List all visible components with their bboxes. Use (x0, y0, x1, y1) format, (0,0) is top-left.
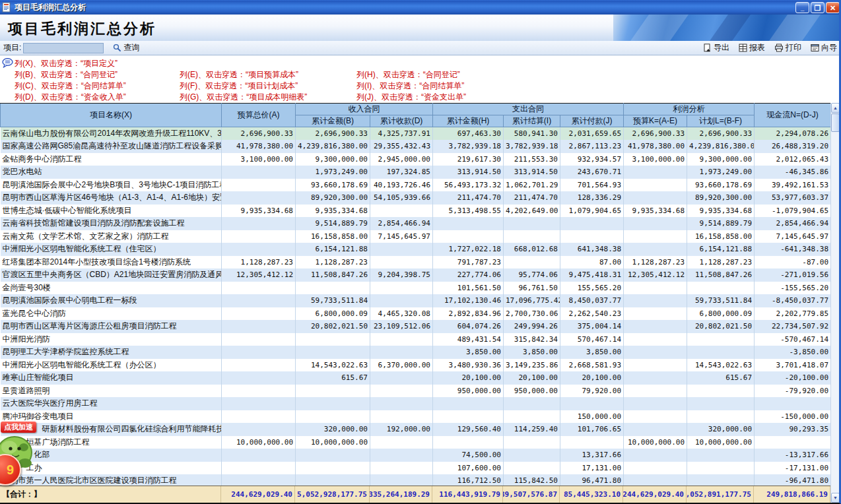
accelerate-ribbon[interactable]: 点我加速 (1, 422, 36, 433)
value-cell[interactable] (560, 230, 624, 243)
value-cell[interactable] (370, 333, 433, 346)
value-cell[interactable]: 2,854,466.94 (755, 217, 830, 230)
value-cell[interactable] (370, 205, 433, 218)
value-cell[interactable]: 17,131.00 (560, 462, 624, 475)
project-name-cell[interactable]: 红塔集团本部2014年小型技改项目综合1号楼消防系统 (1, 256, 222, 269)
value-cell[interactable]: 54,105,939.66 (370, 191, 433, 205)
value-cell[interactable]: 9,935,334.68 (624, 205, 687, 218)
value-cell[interactable]: 1,128,287.23 (222, 256, 296, 269)
value-cell[interactable] (370, 410, 433, 424)
value-cell[interactable]: 2,867,113.23 (560, 140, 624, 153)
value-cell[interactable] (370, 449, 433, 462)
value-cell[interactable] (624, 385, 687, 398)
value-cell[interactable]: 1,079,904.65 (560, 205, 624, 218)
value-cell[interactable]: 9,935,334.68 (687, 205, 755, 218)
value-cell[interactable]: 3,701,418.07 (755, 359, 830, 372)
value-cell[interactable]: 641,348.38 (560, 243, 624, 256)
value-cell[interactable] (222, 346, 296, 359)
value-cell[interactable]: 96,471.80 (560, 474, 624, 486)
value-cell[interactable] (222, 462, 296, 475)
table-row[interactable]: 觉巴水电站1,973,249.00197,324.85313,914.50313… (1, 166, 831, 179)
value-cell[interactable] (370, 346, 433, 359)
value-cell[interactable]: 211,474.70 (433, 191, 504, 205)
value-cell[interactable] (687, 282, 755, 295)
value-cell[interactable]: 580,941.30 (504, 127, 560, 141)
value-cell[interactable]: 20,802,021.50 (296, 320, 370, 333)
value-cell[interactable]: 2,892,834.96 (433, 307, 504, 321)
value-cell[interactable] (624, 371, 687, 385)
value-cell[interactable] (687, 449, 755, 462)
value-cell[interactable] (222, 282, 296, 295)
value-cell[interactable]: 129,560.40 (433, 423, 504, 436)
value-cell[interactable]: -570,467.14 (755, 333, 830, 346)
value-cell[interactable]: 9,300,000.00 (687, 153, 755, 166)
value-cell[interactable] (624, 474, 687, 486)
project-name-cell[interactable]: 觉巴水电站 (1, 166, 222, 179)
value-cell[interactable]: 1,973,249.00 (296, 166, 370, 179)
value-cell[interactable]: 116,712.50 (433, 474, 504, 486)
value-cell[interactable]: 17,102,130.46 (433, 294, 504, 307)
close-button[interactable]: ✕ (826, 2, 840, 13)
value-cell[interactable]: 697,463.30 (433, 127, 504, 141)
value-cell[interactable]: 59,733,511.84 (687, 294, 755, 307)
value-cell[interactable] (687, 462, 755, 475)
project-name-cell[interactable]: 中洲阳光消防 (1, 333, 222, 346)
value-cell[interactable] (433, 410, 504, 424)
project-name-cell[interactable]: 云大医院华兴医疗用房工程 (1, 397, 222, 410)
table-row[interactable]: 沧恒基广场消防工程10,000,000.0010,000,000.0010,00… (1, 436, 831, 449)
table-row[interactable]: 云大医院华兴医疗用房工程 (1, 397, 831, 410)
value-cell[interactable] (222, 333, 296, 346)
table-row[interactable]: 中洲阳光小区弱电智能化系统工程（住宅区）6,154,121.881,727,02… (1, 243, 831, 256)
value-cell[interactable]: -79,920.00 (755, 385, 830, 398)
value-cell[interactable] (370, 256, 433, 269)
table-row[interactable]: 昆明市第一人民医院北市区医院建设项目消防工程116,712.50115,842.… (1, 474, 831, 486)
table-row[interactable]: 中洲阳光消防489,431.54315,842.34570,467.14-570… (1, 333, 831, 346)
value-cell[interactable]: 22,734,507.92 (755, 320, 830, 333)
value-cell[interactable]: 615.67 (296, 371, 370, 385)
value-cell[interactable]: 6,800,000.09 (687, 307, 755, 321)
value-cell[interactable] (624, 320, 687, 333)
value-cell[interactable]: 29,355,432.43 (370, 140, 433, 153)
value-cell[interactable]: 950,000.00 (433, 385, 504, 398)
search-button[interactable]: 查询 (112, 42, 141, 54)
project-name-cell[interactable]: 呈贡道路照明 (1, 385, 222, 398)
value-cell[interactable] (687, 410, 755, 424)
value-cell[interactable]: 39,492,161.53 (755, 179, 830, 192)
value-cell[interactable]: 107,600.00 (433, 462, 504, 475)
value-cell[interactable] (370, 243, 433, 256)
value-cell[interactable] (370, 294, 433, 307)
value-cell[interactable] (296, 346, 370, 359)
value-cell[interactable]: -20,100.00 (755, 371, 830, 385)
value-cell[interactable]: 668,012.68 (504, 243, 560, 256)
value-cell[interactable]: 87.00 (560, 256, 624, 269)
value-cell[interactable]: 20,802,021.50 (687, 320, 755, 333)
table-row[interactable]: 化部74,500.0013,317.66-13,317.66 (1, 449, 831, 462)
value-cell[interactable]: -150,000.00 (755, 410, 830, 424)
value-cell[interactable] (222, 320, 296, 333)
value-cell[interactable] (624, 243, 687, 256)
value-cell[interactable]: 10,000,000.00 (687, 436, 755, 449)
col-header-income-received[interactable]: 累计收款(D) (370, 115, 433, 127)
value-cell[interactable] (624, 191, 687, 205)
value-cell[interactable] (296, 474, 370, 486)
value-cell[interactable] (222, 179, 296, 192)
value-cell[interactable]: -46,345.86 (755, 166, 830, 179)
value-cell[interactable]: 1,727,022.18 (433, 243, 504, 256)
value-cell[interactable]: 128,336.29 (560, 191, 624, 205)
export-button[interactable]: 导出 (702, 42, 731, 54)
value-cell[interactable]: 1,128,287.23 (624, 256, 687, 269)
table-row[interactable]: 昆明滇池国际会展中心弱电工程一标段59,733,511.8417,102,130… (1, 294, 831, 307)
value-cell[interactable]: 313,914.50 (433, 166, 504, 179)
project-name-cell[interactable]: 中洲阳光小区弱电智能化系统工程（办公区） (1, 359, 222, 372)
project-name-cell[interactable]: 昆明市西山区草海片区海源庄公租房项目消防工程 (1, 320, 222, 333)
value-cell[interactable] (222, 397, 296, 410)
value-cell[interactable]: 150,000.00 (560, 410, 624, 424)
minimize-button[interactable]: _ (795, 2, 809, 13)
table-row[interactable]: 世博生态城·低碳中心智能化系统项目9,935,334.689,935,334.6… (1, 205, 831, 218)
value-cell[interactable] (433, 230, 504, 243)
value-cell[interactable]: 3,850.00 (560, 346, 624, 359)
value-cell[interactable]: 5,313,498.55 (433, 205, 504, 218)
project-name-cell[interactable]: 云南保山电力股份有限公司2014年农网改造升级工程110KV、35K (1, 127, 222, 141)
table-row[interactable]: 金钻商务中心消防工程3,100,000.009,300,000.002,945,… (1, 153, 831, 166)
value-cell[interactable]: 1,128,287.23 (296, 256, 370, 269)
